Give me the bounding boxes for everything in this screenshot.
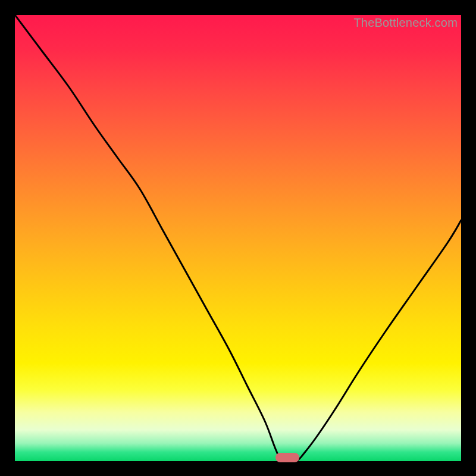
bottleneck-curve xyxy=(15,15,461,461)
watermark-text: TheBottleneck.com xyxy=(353,16,458,30)
optimal-marker xyxy=(275,453,299,462)
chart-frame: TheBottleneck.com xyxy=(0,0,476,476)
plot-area: TheBottleneck.com xyxy=(15,15,461,461)
